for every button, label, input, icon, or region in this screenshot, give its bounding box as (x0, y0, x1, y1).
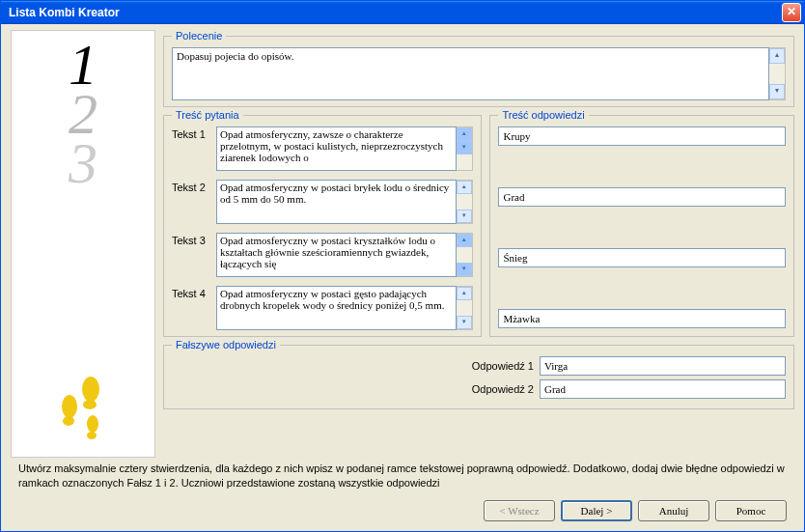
svg-point-0 (82, 377, 99, 402)
titlebar[interactable]: Lista Kombi Kreator ✕ (1, 1, 804, 24)
scrollbar[interactable]: ▴▾ (457, 233, 473, 277)
row-label: Tekst 2 (172, 180, 216, 193)
scroll-down-icon[interactable]: ▾ (457, 316, 472, 329)
svg-point-1 (83, 400, 97, 409)
question-textarea-1[interactable] (216, 126, 457, 171)
false-answer-row: Odpowiedź 1 (172, 356, 786, 376)
cancel-button[interactable]: Anuluj (638, 500, 709, 521)
wizard-steps-panel: 1 2 3 (11, 30, 155, 458)
back-button[interactable]: < Wstecz (484, 500, 555, 521)
scroll-up-icon[interactable]: ▴ (457, 127, 472, 141)
scrollbar[interactable]: ▴ ▾ (769, 47, 786, 100)
answer-row (498, 248, 786, 267)
scrollbar[interactable]: ▴▾ (457, 126, 473, 171)
polecenie-textarea[interactable] (172, 47, 769, 100)
main-area: 1 2 3 Polecenie (11, 30, 794, 458)
step-3-icon: 3 (69, 139, 97, 188)
question-textarea-3[interactable] (216, 233, 457, 277)
next-button[interactable]: Dalej > (561, 500, 632, 521)
tresc-odpowiedzi-group: Treść odpowiedzi (489, 109, 794, 337)
close-button[interactable]: ✕ (782, 3, 801, 22)
form-panel: Polecenie ▴ ▾ Treść pytania Tekst 1 (163, 30, 794, 458)
false-label-2: Odpowiedź 2 (172, 383, 534, 395)
falszywe-group: Fałszywe odpowiedzi Odpowiedź 1 Odpowied… (163, 339, 794, 409)
row-label: Tekst 4 (172, 286, 216, 299)
answer-row (498, 187, 786, 207)
scroll-down-icon[interactable]: ▾ (457, 141, 472, 154)
content-area: 1 2 3 Polecenie (1, 24, 804, 531)
window-title: Lista Kombi Kreator (9, 6, 120, 19)
tresc-pytania-legend: Treść pytania (172, 109, 243, 121)
answer-input-4[interactable] (498, 309, 786, 328)
button-bar: < Wstecz Dalej > Anuluj Pomoc (11, 490, 794, 521)
scroll-down-icon[interactable]: ▾ (457, 263, 472, 276)
polecenie-group: Polecenie ▴ ▾ (163, 30, 794, 107)
question-row: Tekst 3 ▴▾ (172, 233, 473, 277)
scroll-up-icon[interactable]: ▴ (457, 287, 472, 300)
tresc-pytania-group: Treść pytania Tekst 1 ▴▾ Tekst 2 (163, 109, 482, 337)
answer-row (498, 126, 786, 146)
question-textarea-4[interactable] (216, 286, 457, 330)
scroll-up-icon[interactable]: ▴ (457, 234, 472, 247)
scroll-down-icon[interactable]: ▾ (457, 210, 472, 223)
tresc-odpowiedzi-legend: Treść odpowiedzi (498, 109, 588, 121)
false-answer-row: Odpowiedź 2 (172, 379, 786, 399)
scrollbar[interactable]: ▴▾ (457, 286, 473, 330)
footprints-icon (44, 372, 122, 449)
help-button[interactable]: Pomoc (715, 500, 787, 521)
scroll-up-icon[interactable]: ▴ (769, 48, 785, 64)
falszywe-legend: Fałszywe odpowiedzi (172, 339, 280, 350)
polecenie-legend: Polecenie (172, 30, 226, 42)
answer-row (498, 309, 786, 328)
row-label: Tekst 3 (172, 233, 216, 246)
answer-input-2[interactable] (498, 187, 786, 207)
scrollbar[interactable]: ▴▾ (457, 180, 473, 224)
answer-input-3[interactable] (498, 248, 786, 267)
scroll-down-icon[interactable]: ▾ (769, 84, 785, 99)
instructions-text: Utwórz maksymalnie cztery stwierdzenia, … (11, 458, 794, 490)
false-input-2[interactable] (540, 379, 786, 399)
false-input-1[interactable] (540, 356, 786, 376)
question-row: Tekst 4 ▴▾ (172, 286, 473, 330)
answer-input-1[interactable] (498, 126, 786, 146)
svg-point-5 (87, 432, 97, 439)
question-row: Tekst 1 ▴▾ (172, 126, 473, 171)
false-label-1: Odpowiedź 1 (172, 360, 534, 372)
dialog-window: Lista Kombi Kreator ✕ 1 2 3 (0, 0, 805, 532)
scroll-up-icon[interactable]: ▴ (457, 181, 472, 194)
svg-point-2 (62, 395, 77, 418)
question-textarea-2[interactable] (216, 180, 457, 224)
svg-point-4 (87, 415, 98, 433)
svg-point-3 (63, 416, 74, 426)
question-row: Tekst 2 ▴▾ (172, 180, 473, 224)
row-label: Tekst 1 (172, 126, 216, 140)
